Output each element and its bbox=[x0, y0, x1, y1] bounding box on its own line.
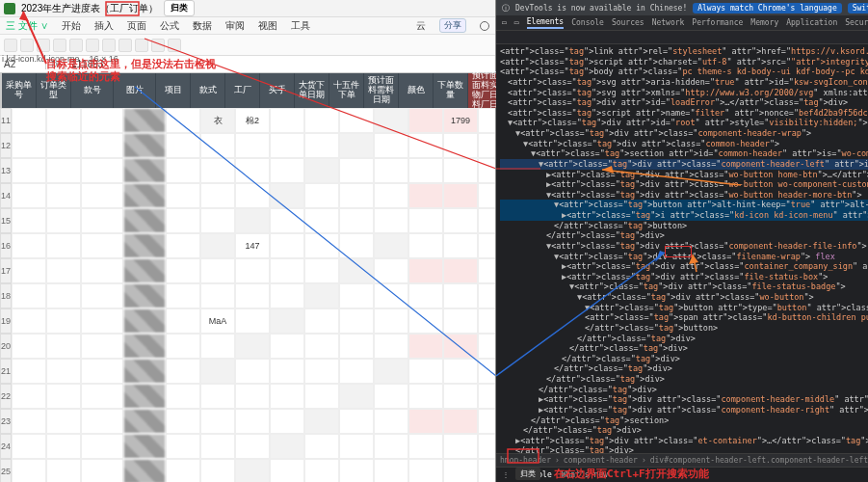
toolbar-wrap-icon[interactable] bbox=[151, 39, 165, 52]
cell[interactable] bbox=[166, 384, 200, 409]
col-header[interactable]: 颜色 bbox=[399, 73, 434, 108]
cell[interactable] bbox=[304, 133, 339, 158]
cell[interactable] bbox=[478, 233, 495, 258]
tab-network[interactable]: Network bbox=[652, 18, 685, 27]
cell[interactable] bbox=[478, 158, 495, 183]
cell[interactable] bbox=[443, 434, 478, 459]
cell[interactable] bbox=[339, 233, 374, 258]
dom-line[interactable]: <attr">class="tag">svg attr">xmlns="http… bbox=[500, 88, 868, 98]
cell[interactable] bbox=[166, 459, 200, 482]
cell[interactable] bbox=[478, 133, 495, 158]
menu-insert[interactable]: 插入 bbox=[94, 19, 114, 33]
table-row[interactable]: 20 bbox=[0, 334, 495, 359]
toolbar-bold-icon[interactable] bbox=[69, 39, 83, 52]
cell[interactable] bbox=[81, 158, 123, 183]
banner-btn-match[interactable]: Always match Chrome's language bbox=[693, 3, 842, 13]
cell[interactable] bbox=[200, 133, 235, 158]
cell[interactable] bbox=[166, 334, 200, 359]
cell[interactable] bbox=[374, 384, 408, 409]
cell[interactable] bbox=[200, 233, 235, 258]
cell[interactable]: 1799 bbox=[443, 108, 478, 133]
cell[interactable] bbox=[443, 409, 478, 434]
cell[interactable] bbox=[339, 459, 374, 482]
cell[interactable] bbox=[166, 359, 200, 384]
table-row[interactable]: 13 bbox=[0, 158, 495, 183]
cell[interactable] bbox=[200, 459, 235, 482]
dom-line[interactable]: ▶<attr">class="tag">div attr">class="wo-… bbox=[500, 170, 868, 180]
cell[interactable] bbox=[408, 434, 443, 459]
cell[interactable] bbox=[374, 183, 408, 208]
dom-line[interactable]: </attr">class="tag">div> bbox=[500, 363, 868, 374]
row-number[interactable]: 13 bbox=[0, 158, 12, 183]
toolbar-paint-icon[interactable] bbox=[37, 39, 50, 52]
cell[interactable] bbox=[81, 434, 123, 459]
cell[interactable] bbox=[235, 459, 270, 482]
cell[interactable] bbox=[443, 258, 478, 283]
cell[interactable] bbox=[166, 158, 200, 183]
cell[interactable] bbox=[46, 258, 81, 283]
cell[interactable] bbox=[235, 308, 270, 334]
cell[interactable] bbox=[408, 258, 443, 283]
cell[interactable] bbox=[374, 459, 408, 482]
dom-line[interactable]: </attr">class="tag">div> bbox=[500, 385, 868, 395]
cell[interactable] bbox=[12, 359, 46, 384]
table-row[interactable]: 21 bbox=[0, 359, 495, 384]
cell[interactable] bbox=[304, 233, 339, 258]
cell[interactable] bbox=[304, 158, 339, 183]
dom-line[interactable]: </attr">class="tag">section> bbox=[500, 415, 868, 426]
cell[interactable] bbox=[339, 384, 374, 409]
cell[interactable] bbox=[12, 434, 46, 459]
cell[interactable] bbox=[270, 133, 304, 158]
cell[interactable] bbox=[374, 308, 408, 334]
dom-line[interactable]: ▶<attr">class="tag">div attr">class="et-… bbox=[500, 436, 868, 446]
row-number[interactable]: 12 bbox=[0, 133, 12, 158]
dom-line[interactable]: ▼<attr">class="tag">button attr">type="b… bbox=[500, 303, 868, 313]
share-button[interactable]: 分享 bbox=[439, 18, 466, 33]
cell[interactable] bbox=[339, 359, 374, 384]
cell[interactable] bbox=[123, 158, 166, 183]
dom-line[interactable]: </attr">class="tag">div> bbox=[500, 334, 868, 344]
dom-line[interactable]: </attr">class="tag">div> bbox=[500, 374, 868, 385]
table-row[interactable]: 16147 bbox=[0, 233, 495, 258]
dom-line[interactable]: </attr">class="tag">button> bbox=[500, 323, 868, 334]
cell[interactable] bbox=[304, 434, 339, 459]
cell[interactable] bbox=[443, 183, 478, 208]
cell[interactable] bbox=[374, 208, 408, 233]
cell[interactable] bbox=[235, 384, 270, 409]
col-header[interactable]: 下单数量 bbox=[434, 73, 468, 108]
tab-application[interactable]: Application bbox=[786, 18, 837, 27]
cell[interactable] bbox=[81, 283, 123, 308]
cell[interactable] bbox=[81, 233, 123, 258]
cell[interactable] bbox=[200, 158, 235, 183]
cell[interactable] bbox=[304, 459, 339, 482]
cell[interactable] bbox=[81, 409, 123, 434]
cell[interactable]: 147 bbox=[235, 233, 270, 258]
cell[interactable] bbox=[200, 258, 235, 283]
cell[interactable] bbox=[12, 283, 46, 308]
row-number[interactable]: 17 bbox=[0, 258, 12, 283]
cell[interactable] bbox=[166, 434, 200, 459]
cell[interactable] bbox=[235, 283, 270, 308]
cell[interactable] bbox=[12, 334, 46, 359]
grid-body[interactable]: 11衣棉217991213141516147171819MaA202122232… bbox=[0, 108, 495, 482]
tab-security[interactable]: Security bbox=[845, 18, 868, 27]
cell[interactable] bbox=[123, 133, 166, 158]
tab-elements[interactable]: Elements bbox=[527, 17, 565, 29]
cell[interactable] bbox=[235, 158, 270, 183]
cell[interactable] bbox=[200, 384, 235, 409]
cell[interactable] bbox=[12, 108, 46, 133]
table-row[interactable]: 24 bbox=[0, 434, 495, 459]
cell[interactable] bbox=[408, 283, 443, 308]
dom-line[interactable]: </attr">class="tag">button> bbox=[500, 221, 868, 231]
cell[interactable] bbox=[123, 183, 166, 208]
dom-line[interactable]: ▶<attr">class="tag">div attr">class="fil… bbox=[500, 272, 868, 282]
cell[interactable] bbox=[304, 208, 339, 233]
cell[interactable] bbox=[12, 233, 46, 258]
cell[interactable] bbox=[478, 208, 495, 233]
cell[interactable] bbox=[123, 334, 166, 359]
cell[interactable] bbox=[166, 258, 200, 283]
row-number[interactable]: 14 bbox=[0, 183, 12, 208]
cell[interactable] bbox=[46, 183, 81, 208]
cell[interactable] bbox=[339, 283, 374, 308]
cell[interactable] bbox=[123, 258, 166, 283]
